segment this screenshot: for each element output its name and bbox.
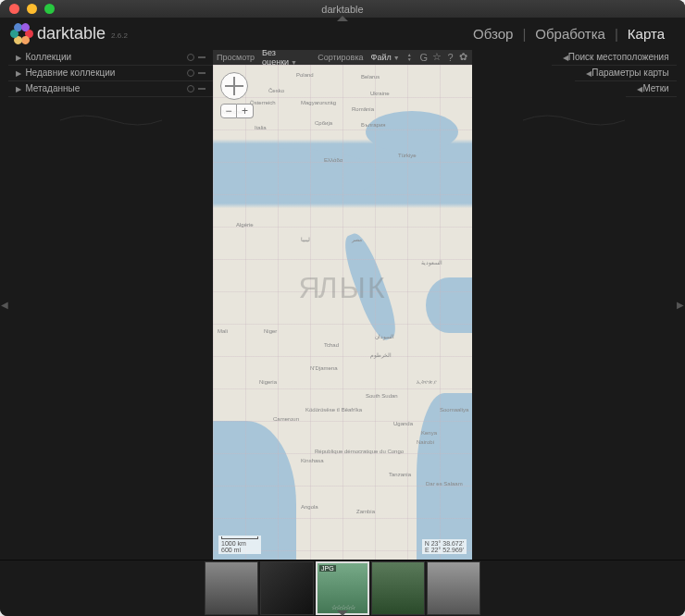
right-panel-toggle[interactable]: ▶ xyxy=(677,50,685,560)
panel-find-location[interactable]: ◀Поиск местоположения xyxy=(552,50,677,66)
panel-label: Метаданные xyxy=(25,83,80,93)
map-pan-control[interactable] xyxy=(220,72,248,100)
filmstrip: JPG ☆☆☆☆☆ xyxy=(0,560,685,616)
panel-label: Метки xyxy=(642,83,668,93)
map-viewport[interactable]: Poland Belarus Ukraine Česko Österreich … xyxy=(213,65,472,560)
reset-icon[interactable] xyxy=(187,85,194,92)
reset-icon[interactable] xyxy=(187,54,194,61)
panel-map-settings[interactable]: ◀Параметры карты xyxy=(575,66,676,81)
brand: darktable 2.6.2 xyxy=(11,24,128,44)
view-filter-label: Просмотр xyxy=(217,53,255,62)
panel-metadata[interactable]: ▶Метаданные xyxy=(8,81,213,97)
group-icon[interactable]: G xyxy=(419,52,429,62)
thumbnail[interactable] xyxy=(260,561,314,615)
panel-label: Недавние коллекции xyxy=(25,68,115,78)
panel-recent-collections[interactable]: ▶Недавние коллекции xyxy=(8,66,213,81)
panel-label: Параметры карты xyxy=(592,68,668,78)
darktable-logo-icon xyxy=(11,24,31,44)
thumbnail-selected[interactable]: JPG ☆☆☆☆☆ xyxy=(316,561,369,615)
thumbnail[interactable] xyxy=(371,561,425,615)
brand-version: 2.6.2 xyxy=(111,31,128,40)
flourish-icon xyxy=(56,111,167,129)
close-window-button[interactable] xyxy=(9,4,19,14)
top-panel-toggle[interactable] xyxy=(337,16,348,21)
tab-darkroom[interactable]: Обработка xyxy=(526,26,615,42)
presets-icon[interactable] xyxy=(198,56,206,58)
window-controls xyxy=(0,4,55,14)
center-toolbar: Просмотр Без оценки▼ Сортировка Файл▼ ▲▼… xyxy=(213,50,472,65)
view-tabs: Обзор | Обработка | Карта xyxy=(464,26,674,42)
tab-map[interactable]: Карта xyxy=(618,26,674,42)
flourish-icon xyxy=(518,111,629,129)
minimize-window-button[interactable] xyxy=(27,4,37,14)
main-row: ◀ ▶Коллекции ▶Недавние коллекции ▶Метада… xyxy=(0,50,685,560)
map-zoom-control: − + xyxy=(220,104,254,118)
panel-tags[interactable]: ◀Метки xyxy=(626,81,676,97)
titlebar: darktable xyxy=(0,0,685,18)
map-image[interactable]: Poland Belarus Ukraine Česko Österreich … xyxy=(213,65,472,560)
help-icon[interactable]: ? xyxy=(445,52,455,62)
app-window: darktable darktable 2.6.2 Обзор | Обрабо… xyxy=(0,0,685,616)
reset-icon[interactable] xyxy=(187,69,194,77)
brand-name: darktable xyxy=(37,24,106,43)
format-badge: JPG xyxy=(319,565,336,572)
right-sidebar: ◀Поиск местоположения ◀Параметры карты ◀… xyxy=(472,50,677,560)
bottom-panel-toggle[interactable] xyxy=(337,610,348,616)
watermark: ЯЛЫК xyxy=(298,270,386,304)
panel-label: Коллекции xyxy=(25,52,71,62)
sort-dropdown[interactable]: Файл▼ xyxy=(367,53,404,62)
zoom-in-button[interactable]: + xyxy=(237,104,254,118)
preferences-icon[interactable]: ✿ xyxy=(459,52,468,62)
zoom-out-button[interactable]: − xyxy=(220,104,237,118)
top-bar: darktable 2.6.2 Обзор | Обработка | Карт… xyxy=(0,18,685,50)
map-scale: 1000 km 600 mi xyxy=(218,536,261,554)
maximize-window-button[interactable] xyxy=(44,4,55,14)
panel-label: Поиск местоположения xyxy=(568,52,669,62)
thumbnail[interactable] xyxy=(427,561,480,615)
window-title: darktable xyxy=(321,4,363,15)
center-view: Просмотр Без оценки▼ Сортировка Файл▼ ▲▼… xyxy=(213,50,472,560)
panel-collections[interactable]: ▶Коллекции xyxy=(8,50,213,66)
presets-icon[interactable] xyxy=(198,88,206,90)
sort-label: Сортировка xyxy=(318,53,363,62)
star-overlay-icon[interactable]: ☆ xyxy=(432,52,442,62)
view-filter-dropdown[interactable]: Без оценки▼ xyxy=(258,48,314,67)
map-coordinates: N 23° 38.672' E 22° 52.969' xyxy=(422,539,467,554)
sort-direction-toggle[interactable]: ▲▼ xyxy=(407,53,412,62)
tab-overview[interactable]: Обзор xyxy=(464,26,522,42)
left-panel-toggle[interactable]: ◀ xyxy=(0,50,8,560)
presets-icon[interactable] xyxy=(198,72,206,74)
left-sidebar: ▶Коллекции ▶Недавние коллекции ▶Метаданн… xyxy=(8,50,213,560)
thumbnail[interactable] xyxy=(205,561,258,615)
